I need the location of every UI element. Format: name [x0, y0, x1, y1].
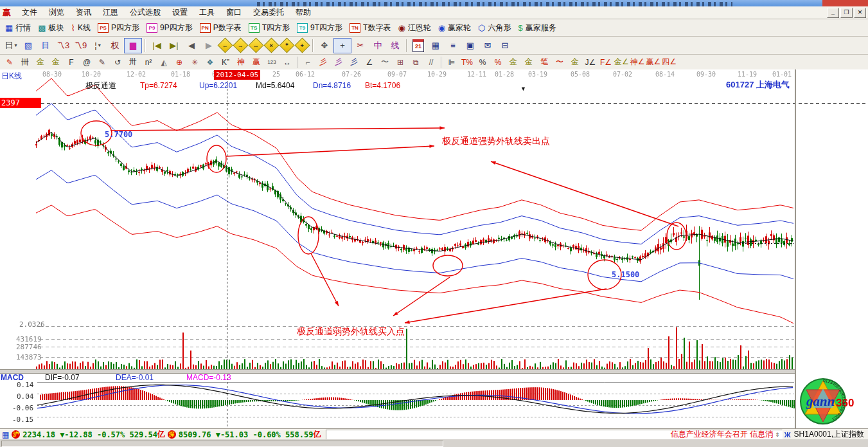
gann-box-cross-button[interactable]: + [294, 37, 310, 53]
star-wheel-tool[interactable]: ✳ [187, 56, 202, 68]
menu-item-3[interactable]: 江恩 [97, 6, 124, 18]
save-button[interactable]: ▣ [462, 39, 479, 53]
close-button[interactable]: ✕ [854, 8, 866, 18]
gold-underline-tool[interactable]: 金 [567, 56, 583, 68]
compass-circle-tool[interactable]: ↺ [110, 56, 125, 68]
dropdown-caret-icon[interactable]: ▾ [98, 42, 101, 48]
angle-line-tool[interactable]: ∠ [362, 56, 377, 68]
gold-line-tool[interactable]: 金 [521, 56, 536, 68]
gann-box-left-button[interactable]: ← [217, 37, 233, 53]
marker-tool[interactable]: ✎ [94, 56, 110, 68]
menu-item-6[interactable]: 工具 [193, 6, 220, 18]
gold-gate-tool-1[interactable]: 金 [33, 56, 48, 68]
gold-angle-tool[interactable]: 金∠ [614, 56, 630, 68]
k-quote-tool[interactable]: K” [218, 56, 233, 68]
candle-style-button[interactable]: ¦▾ [89, 39, 106, 53]
menu-item-0[interactable]: 文件 [16, 6, 43, 18]
toolbar-button-9[interactable]: ◉江恩轮 [395, 21, 435, 35]
toolbar-button-7[interactable]: T99T四方形 [294, 21, 347, 35]
ruler-123-tool[interactable]: 123 [264, 56, 279, 68]
f-line-tool[interactable]: F [64, 56, 79, 68]
shen-angle-tool[interactable]: 神∠ [630, 56, 646, 68]
nav-next-button[interactable]: ▶ [200, 39, 217, 53]
percent-tool[interactable]: % [475, 56, 490, 68]
toolbar-button-6[interactable]: TST四方形 [246, 21, 294, 35]
toolbar-button-5[interactable]: PNP数字表 [197, 21, 246, 35]
gann-box-star-button[interactable]: ＊ [279, 37, 294, 53]
crosshair-tool-button[interactable]: + [333, 38, 351, 53]
gann-box-right-button[interactable]: → [233, 37, 248, 53]
mirror-angle-tool[interactable]: ◭ [156, 56, 172, 68]
shen-tool[interactable]: 神 [233, 56, 249, 68]
percent-line-tool[interactable]: % [490, 56, 506, 68]
web-grid-tool[interactable]: ❖ [202, 56, 218, 68]
si-angle-tool[interactable]: 四∠ [661, 56, 677, 68]
toolbar-button-11[interactable]: ⬡六角形 [475, 21, 515, 35]
pencil-tool[interactable]: ✎ [2, 56, 17, 68]
toolbar-button-8[interactable]: TNT数字表 [347, 21, 395, 35]
j-angle-tool[interactable]: J∠ [583, 56, 598, 68]
gann-box-h-button[interactable]: ↔ [248, 37, 263, 53]
export-button[interactable]: ✉ [479, 39, 496, 53]
lines-wheel-tool-button[interactable]: 线 [387, 39, 403, 53]
restore-rights-icon[interactable]: 权 [107, 39, 123, 53]
toolbar-button-1[interactable]: ▩板块 [35, 21, 68, 35]
toolbar-button-12[interactable]: $赢家服务 [515, 21, 560, 35]
fan-box-tool[interactable]: 彡 [331, 56, 346, 68]
period-day-button[interactable]: 日▾ [3, 39, 19, 53]
erase-tool-button[interactable]: ✂ [352, 39, 369, 53]
dropdown-marker-icon[interactable]: ▼ [520, 86, 526, 92]
gann-grid-tool[interactable]: 卌 [17, 56, 33, 68]
scroll-spinner-icon[interactable]: ⇕ [773, 432, 782, 438]
quotes-grid-icon[interactable]: ▦ [0, 430, 9, 439]
frame-tool[interactable]: ⌐ [300, 56, 315, 68]
menu-item-2[interactable]: 资讯 [70, 6, 97, 18]
toolbar-button-4[interactable]: P99P四方形 [144, 21, 197, 35]
menu-item-1[interactable]: 浏览 [43, 6, 70, 18]
news-ticker-panel[interactable]: 信息产业经济年会召开 信息消 ⇕ [326, 430, 782, 440]
spiral-tool[interactable]: @ [79, 56, 94, 68]
f-angle-tool[interactable]: F∠ [598, 56, 614, 68]
wave-band-tool[interactable]: 〜 [552, 56, 567, 68]
nav-first-button[interactable]: |◀ [148, 39, 165, 53]
span-arrow-tool[interactable]: ↔ [279, 56, 295, 68]
toolbar-button-10[interactable]: ◉赢家轮 [436, 21, 475, 35]
info-note-icon[interactable]: 目 [37, 39, 54, 53]
grid-plus-tool[interactable]: ⊞ [393, 56, 408, 68]
gold-gate-tool-2[interactable]: 金 [48, 56, 64, 68]
target-cross-tool[interactable]: ⊕ [172, 56, 187, 68]
scale-ruler-tool[interactable]: ⊫ [444, 56, 459, 68]
toolbar-button-2[interactable]: ⌇K线 [69, 21, 95, 35]
hand-tool-button[interactable]: ✥ [316, 39, 333, 53]
wave-line-tool[interactable]: 〜 [377, 56, 393, 68]
menu-item-9[interactable]: 帮助 [290, 6, 317, 18]
menu-item-8[interactable]: 交易委托 [247, 6, 290, 18]
nav-prev-button[interactable]: ◀ [183, 39, 200, 53]
wave-3-icon[interactable]: 〽3 [55, 39, 71, 53]
hatch-lines-tool[interactable]: // [423, 56, 439, 68]
menu-item-7[interactable]: 窗口 [220, 6, 247, 18]
brush-tool[interactable]: 笔 [536, 56, 552, 68]
minimize-button[interactable]: _ [827, 8, 839, 18]
nav-last-button[interactable]: ▶| [166, 39, 182, 53]
menu-item-5[interactable]: 设置 [166, 6, 193, 18]
calendar-button[interactable]: 21 [410, 39, 427, 53]
n-square-tool[interactable]: n² [141, 56, 156, 68]
gold-circle-tool[interactable]: 金 [506, 56, 521, 68]
purple-grid-tool-button[interactable]: 中 [369, 39, 386, 53]
memo-button[interactable]: ≡ [445, 39, 461, 53]
window-close-area[interactable] [822, 0, 868, 6]
dropdown-caret-icon[interactable]: ▾ [14, 42, 17, 48]
grid-box-tool[interactable]: ⧉ [408, 56, 423, 68]
print-button[interactable]: ⊟ [497, 39, 513, 53]
toolbar-button-0[interactable]: ▦行情 [3, 21, 35, 35]
t-percent-tool[interactable]: T% [459, 56, 475, 68]
fan-lines-tool[interactable]: 彡 [315, 56, 331, 68]
chart-mode-icon[interactable]: ▆ [124, 38, 142, 53]
ying-angle-tool[interactable]: 赢∠ [646, 56, 662, 68]
wave-9-icon[interactable]: 〽9 [72, 39, 89, 53]
restore-button[interactable]: ❐ [840, 8, 853, 18]
market-map-icon[interactable]: ▧ [20, 39, 37, 53]
hash-line-tool[interactable]: 卅 [125, 56, 141, 68]
gann-box-x-button[interactable]: × [263, 37, 279, 53]
